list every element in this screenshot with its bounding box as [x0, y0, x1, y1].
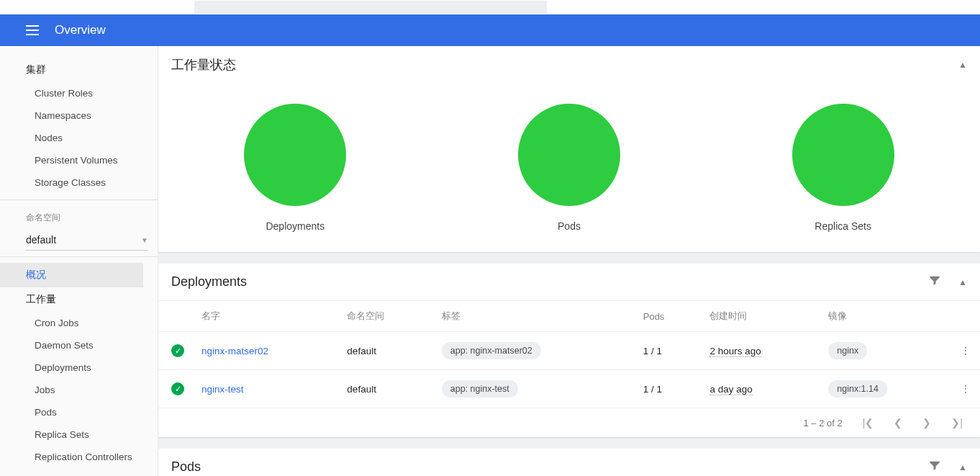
sidebar-item-cluster-roles[interactable]: Cluster Roles [0, 82, 158, 104]
pagination: 1 – 2 of 2 |❮ ❮ ❯ ❯| [158, 408, 980, 437]
status-item-replica-sets: Replica Sets [792, 104, 894, 232]
filter-icon[interactable] [928, 459, 941, 475]
cell-namespace: default [338, 332, 432, 370]
sidebar-item-namespaces[interactable]: Namespaces [0, 104, 158, 127]
status-ok-icon: ✓ [171, 382, 184, 395]
search-input[interactable] [194, 1, 547, 14]
col-created: 创建时间 [701, 301, 820, 332]
col-images: 镜像 [820, 301, 951, 332]
col-labels: 标签 [433, 301, 635, 332]
page-first-icon[interactable]: |❮ [863, 417, 874, 428]
pods-card: Pods ▲ [158, 449, 980, 476]
cell-pods: 1 / 1 [635, 332, 702, 370]
collapse-icon[interactable]: ▲ [958, 60, 967, 70]
page-title: Overview [55, 23, 106, 37]
deployments-card: Deployments ▲ 名字 命名空间 标签 Pods [158, 264, 980, 437]
status-circle-deployments [244, 104, 346, 206]
deployment-link[interactable]: nginx-matser02 [201, 346, 268, 356]
collapse-icon[interactable]: ▲ [958, 277, 967, 287]
deployments-table: 名字 命名空间 标签 Pods 创建时间 镜像 ✓ nginx-matser02… [158, 300, 980, 408]
workload-status-card: 工作量状态 ▲ Deployments Pods Replica Sets [158, 46, 980, 252]
label-chip: app: nginx-test [442, 380, 518, 398]
page-next-icon[interactable]: ❯ [922, 417, 931, 428]
sidebar-item-jobs[interactable]: Jobs [0, 379, 158, 401]
sidebar-item-deployments[interactable]: Deployments [0, 356, 158, 379]
col-namespace: 命名空间 [338, 301, 432, 332]
col-pods: Pods [635, 301, 702, 332]
sidebar-heading-cluster: 集群 [0, 58, 158, 82]
cell-created: a day ago [709, 384, 752, 395]
menu-icon[interactable] [26, 22, 43, 39]
sidebar-heading-workloads: 工作量 [0, 287, 158, 312]
status-label: Replica Sets [815, 220, 871, 232]
sidebar-item-daemon-sets[interactable]: Daemon Sets [0, 334, 158, 356]
sidebar-item-cron-jobs[interactable]: Cron Jobs [0, 312, 158, 334]
row-menu-icon[interactable]: ⋮ [951, 370, 980, 408]
label-chip: app: nginx-matser02 [442, 342, 541, 359]
status-circle-replica-sets [792, 104, 894, 206]
status-item-deployments: Deployments [244, 104, 346, 232]
table-row: ✓ nginx-test default app: nginx-test 1 /… [158, 370, 980, 408]
header-bar: Overview [0, 14, 980, 46]
main-content: 工作量状态 ▲ Deployments Pods Replica Sets [158, 46, 980, 476]
collapse-icon[interactable]: ▲ [958, 462, 967, 472]
col-name: 名字 [193, 301, 338, 332]
cell-pods: 1 / 1 [635, 370, 702, 408]
namespace-selected-value: default [26, 234, 56, 246]
sidebar-namespace-label: 命名空间 [0, 206, 158, 227]
sidebar-item-replica-sets[interactable]: Replica Sets [0, 423, 158, 446]
status-circle-pods [518, 104, 620, 206]
sidebar-item-storage-classes[interactable]: Storage Classes [0, 171, 158, 194]
cell-namespace: default [338, 370, 432, 408]
status-label: Pods [558, 220, 581, 232]
workload-status-title: 工作量状态 [171, 56, 236, 73]
image-chip: nginx [828, 342, 867, 359]
deployment-link[interactable]: nginx-test [201, 384, 244, 395]
chevron-down-icon: ▼ [141, 236, 148, 244]
filter-icon[interactable] [928, 274, 941, 290]
sidebar-item-persistent-volumes[interactable]: Persistent Volumes [0, 149, 158, 171]
image-chip: nginx:1.14 [828, 380, 887, 398]
cell-created: 2 hours ago [709, 346, 761, 357]
top-bar [0, 0, 980, 14]
pods-title: Pods [171, 459, 201, 475]
deployments-title: Deployments [171, 274, 247, 289]
row-menu-icon[interactable]: ⋮ [951, 332, 980, 370]
status-ok-icon: ✓ [171, 344, 184, 357]
sidebar-item-overview[interactable]: 概况 [0, 263, 143, 287]
table-row: ✓ nginx-matser02 default app: nginx-mats… [158, 332, 980, 370]
sidebar: 集群 Cluster Roles Namespaces Nodes Persis… [0, 46, 158, 476]
namespace-select[interactable]: default ▼ [26, 230, 148, 251]
sidebar-item-replication-controllers[interactable]: Replication Controllers [0, 446, 158, 468]
pagination-range: 1 – 2 of 2 [804, 418, 843, 428]
sidebar-item-pods[interactable]: Pods [0, 401, 158, 423]
page-last-icon[interactable]: ❯| [951, 417, 963, 428]
page-prev-icon[interactable]: ❮ [894, 417, 902, 428]
status-label: Deployments [266, 220, 325, 232]
sidebar-item-nodes[interactable]: Nodes [0, 127, 158, 149]
status-item-pods: Pods [518, 104, 620, 232]
